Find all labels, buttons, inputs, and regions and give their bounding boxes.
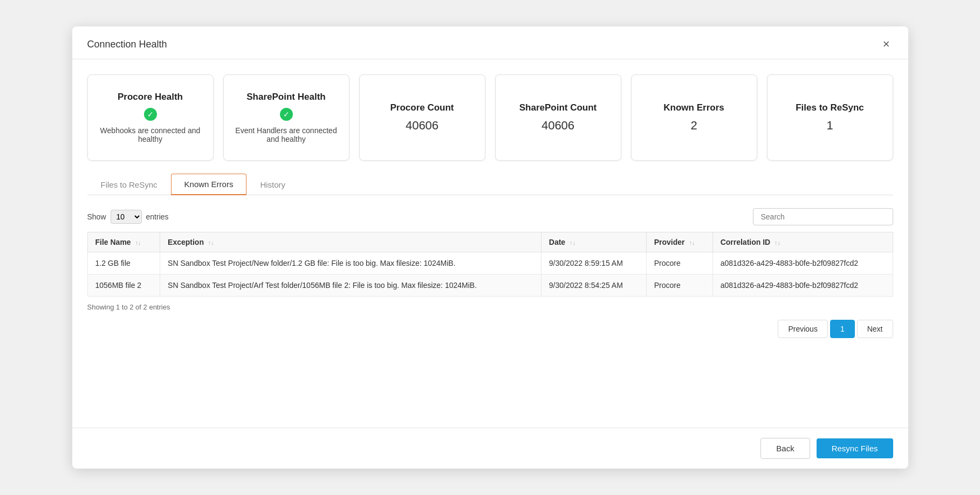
procore-count-card: Procore Count 40606: [359, 74, 485, 161]
files-to-resync-title: Files to ReSync: [796, 102, 864, 113]
sort-icon-filename: ↑↓: [135, 239, 141, 246]
previous-button[interactable]: Previous: [778, 320, 827, 338]
next-button[interactable]: Next: [857, 320, 893, 338]
sort-icon-exception: ↑↓: [208, 239, 214, 246]
col-filename: File Name ↑↓: [87, 232, 160, 252]
tab-files-to-resync[interactable]: Files to ReSync: [87, 174, 171, 195]
cell-filename: 1056MB file 2: [87, 274, 160, 297]
procore-count-title: Procore Count: [390, 102, 454, 113]
entries-select[interactable]: 10 25 50 100: [111, 210, 142, 224]
show-entries-control: Show 10 25 50 100 entries: [87, 210, 169, 224]
cards-row: Procore Health ✓ Webhooks are connected …: [87, 74, 893, 161]
sharepoint-count-title: SharePoint Count: [519, 102, 597, 113]
sort-icon-correlation-id: ↑↓: [775, 239, 780, 246]
table-controls: Show 10 25 50 100 entries: [87, 208, 893, 225]
col-date: Date ↑↓: [541, 232, 646, 252]
col-provider: Provider ↑↓: [646, 232, 712, 252]
pagination-row: Previous 1 Next: [87, 320, 893, 338]
search-input[interactable]: [753, 208, 893, 225]
cell-correlation-id: a081d326-a429-4883-b0fe-b2f09827fcd2: [712, 252, 893, 274]
procore-health-subtitle: Webhooks are connected and healthy: [99, 126, 202, 143]
table-header-row: File Name ↑↓ Exception ↑↓ Date ↑↓ Prov: [87, 232, 893, 252]
col-exception: Exception ↑↓: [160, 232, 542, 252]
known-errors-card: Known Errors 2: [631, 74, 757, 161]
back-button[interactable]: Back: [760, 438, 810, 459]
cell-exception: SN Sandbox Test Project/Arf Test folder/…: [160, 274, 542, 297]
files-to-resync-card: Files to ReSync 1: [767, 74, 893, 161]
known-errors-title: Known Errors: [663, 102, 724, 113]
sharepoint-health-subtitle: Event Handlers are connected and healthy: [235, 126, 338, 143]
known-errors-value: 2: [690, 119, 697, 133]
cell-provider: Procore: [646, 274, 712, 297]
cell-date: 9/30/2022 8:54:25 AM: [541, 274, 646, 297]
sharepoint-health-check-icon: ✓: [280, 108, 293, 121]
sort-icon-date: ↑↓: [570, 239, 575, 246]
modal-footer: Back Resync Files: [72, 428, 908, 469]
col-correlation-id: Correlation ID ↑↓: [712, 232, 893, 252]
cell-correlation-id: a081d326-a429-4883-b0fe-b2f09827fcd2: [712, 274, 893, 297]
table-row: 1.2 GB fileSN Sandbox Test Project/New f…: [87, 252, 893, 274]
sharepoint-count-card: SharePoint Count 40606: [495, 74, 621, 161]
cell-provider: Procore: [646, 252, 712, 274]
procore-health-check-icon: ✓: [144, 108, 157, 121]
sharepoint-health-card: SharePoint Health ✓ Event Handlers are c…: [223, 74, 349, 161]
table-row: 1056MB file 2SN Sandbox Test Project/Arf…: [87, 274, 893, 297]
procore-count-value: 40606: [406, 119, 438, 133]
cell-date: 9/30/2022 8:59:15 AM: [541, 252, 646, 274]
showing-entries-text: Showing 1 to 2 of 2 entries: [87, 303, 893, 311]
tabs-row: Files to ReSync Known Errors History: [87, 174, 893, 195]
sort-icon-provider: ↑↓: [689, 239, 695, 246]
procore-health-title: Procore Health: [118, 92, 183, 102]
tab-history[interactable]: History: [246, 174, 299, 195]
close-button[interactable]: ×: [880, 37, 893, 51]
page-1-button[interactable]: 1: [830, 320, 855, 338]
modal-header: Connection Health ×: [72, 26, 908, 59]
modal-body: Procore Health ✓ Webhooks are connected …: [72, 59, 908, 428]
table-section: Show 10 25 50 100 entries File Name: [87, 208, 893, 338]
errors-table: File Name ↑↓ Exception ↑↓ Date ↑↓ Prov: [87, 232, 893, 297]
tab-known-errors[interactable]: Known Errors: [171, 174, 247, 195]
modal-title: Connection Health: [87, 39, 167, 50]
connection-health-modal: Connection Health × Procore Health ✓ Web…: [72, 26, 908, 469]
show-label: Show: [87, 212, 106, 221]
procore-health-card: Procore Health ✓ Webhooks are connected …: [87, 74, 214, 161]
resync-files-button[interactable]: Resync Files: [817, 438, 893, 458]
cell-filename: 1.2 GB file: [87, 252, 160, 274]
files-to-resync-value: 1: [826, 119, 833, 133]
cell-exception: SN Sandbox Test Project/New folder/1.2 G…: [160, 252, 542, 274]
sharepoint-count-value: 40606: [542, 119, 574, 133]
entries-label: entries: [146, 212, 169, 221]
sharepoint-health-title: SharePoint Health: [246, 92, 325, 102]
